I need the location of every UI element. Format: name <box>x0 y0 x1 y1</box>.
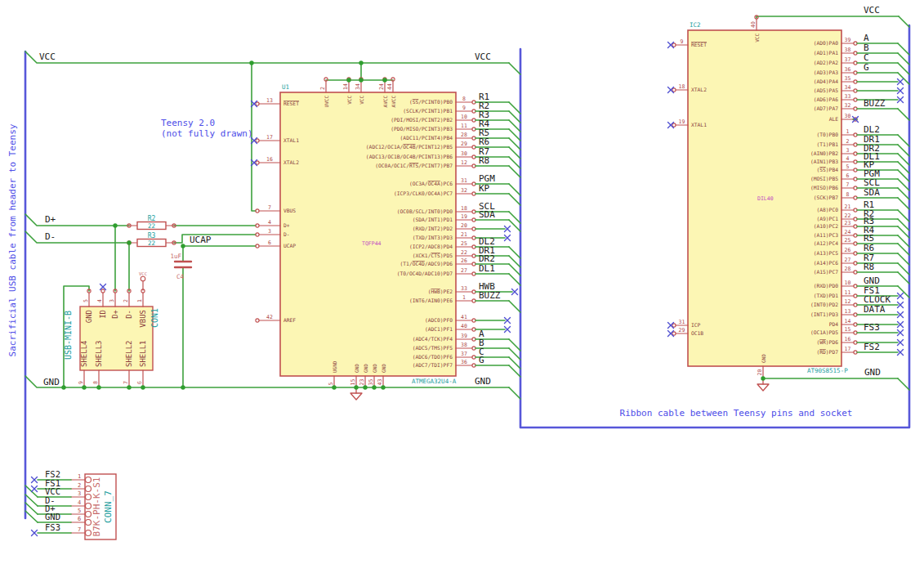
pin-number: 8 <box>92 381 99 384</box>
pin-number: 32 <box>461 187 467 194</box>
pin-number: 24 <box>378 83 385 90</box>
pin-name: RESET <box>691 42 707 47</box>
bus-entry <box>509 157 520 168</box>
u1-reference: U1 <box>282 83 289 91</box>
pin-name: (OC0B/SCL/INT0)PD0 <box>397 208 453 214</box>
bus-entry <box>509 120 520 132</box>
net-label: VCC <box>39 51 56 62</box>
pin-number: 27 <box>461 267 467 274</box>
vcc-power-label: VCC <box>139 271 147 276</box>
pin-name: RESET <box>283 101 299 106</box>
pin-name: XTAL1 <box>691 122 707 128</box>
pin-name: VBUS <box>139 310 147 328</box>
junction-dot <box>96 385 100 389</box>
junction-dot <box>372 385 376 389</box>
pin-end <box>86 486 92 492</box>
pin-name: D+ <box>111 309 119 318</box>
pin-name: (A15)PC7 <box>814 269 839 275</box>
junction-dot <box>61 385 65 389</box>
schematic-canvas: U1ATMEGA32U4-ATQFP4413RESET17XTAL116XTAL… <box>0 0 924 564</box>
bus-entry <box>509 138 520 150</box>
bus-entry <box>898 43 909 55</box>
ground-symbol-icon <box>350 393 362 400</box>
pin-name: (OC3A/OC4A)PC6 <box>409 181 453 186</box>
bus-entry <box>898 53 909 65</box>
pin-name: (ICP3/CLK0/OC4A)PC7 <box>394 190 453 196</box>
wire <box>509 63 520 74</box>
net-label: DL1 <box>479 263 495 274</box>
net-label: R8 <box>864 262 874 272</box>
teensy-note: Teensy 2.0 (not fully drawn) <box>161 119 253 139</box>
net-label: UCAP <box>190 235 212 245</box>
pin-number: 4 <box>268 219 271 226</box>
pin-name: AVCC <box>382 96 388 108</box>
pin-number: 33 <box>845 93 851 100</box>
pin-number: 39 <box>845 37 851 43</box>
pin-name: (T0)PB0 <box>816 132 838 137</box>
pin-number: 37 <box>845 56 851 63</box>
pin-name: AREF <box>283 317 296 323</box>
net-label: D+ <box>45 214 56 225</box>
pin-number: 30 <box>845 113 851 119</box>
pin-number: 33 <box>461 285 467 292</box>
bus-entry <box>898 179 909 190</box>
pin-name: (OC1A)PD5 <box>810 329 838 335</box>
pin-number: 3 <box>78 490 81 497</box>
pin-name: ID <box>99 310 107 319</box>
pin-name: ICP <box>691 322 701 328</box>
pin-number: 5 <box>328 383 334 386</box>
pin-name: D+ <box>283 222 290 228</box>
pin-number: 3 <box>846 147 850 154</box>
bus-entry <box>509 111 520 123</box>
pin-name: (A9)PC1 <box>816 216 838 222</box>
resistor-reference: R3 <box>148 232 156 239</box>
pin-name: SHELL4 <box>80 340 88 367</box>
pin-name: (TXD)PD1 <box>814 293 839 298</box>
junction-dot <box>113 223 117 227</box>
net-label: FS3 <box>45 522 60 532</box>
net-label: GND <box>475 376 491 387</box>
junction-dot <box>141 385 145 389</box>
pin-name: (AD5)PA5 <box>814 87 839 93</box>
pin-number: 17 <box>845 346 851 352</box>
pin-number: 7 <box>123 381 129 384</box>
pin-number: 3 <box>109 299 115 302</box>
pin-number: 14 <box>845 318 851 325</box>
net-label: G <box>479 355 484 365</box>
pin-number: 6 <box>136 381 143 384</box>
pin-name: (A13)PC5 <box>814 250 839 256</box>
wire <box>509 387 520 399</box>
pin-number: 31 <box>679 319 685 325</box>
schematic-svg: U1ATMEGA32U4-ATQFP4413RESET17XTAL116XTAL… <box>0 0 924 564</box>
pin-number: 32 <box>845 102 851 109</box>
pin-name: (ICP2/ADC8)PD4 <box>409 244 453 249</box>
pin-number: 43 <box>377 379 383 386</box>
pin-number: 18 <box>679 83 685 90</box>
pin-name: (SCK)PB7 <box>814 195 839 200</box>
ic2-value: AT90S8515-P <box>807 367 848 374</box>
pin-name: (ADC1)PF1 <box>425 326 453 332</box>
bus-entry <box>898 145 909 156</box>
pin-number: 28 <box>845 266 851 272</box>
pin-number: 10 <box>461 114 467 120</box>
pin-name: (ADC4/TCK)PF4 <box>413 336 453 342</box>
pin-number: 20 <box>461 222 467 229</box>
junction-dot <box>359 60 363 65</box>
net-label: VCC <box>864 5 880 16</box>
pin-number: 8 <box>846 191 850 198</box>
left-cable-note-text: Sacrificial USB cable from header to Tee… <box>7 124 18 357</box>
pin-name: GND <box>85 310 93 323</box>
pin-end <box>86 495 92 500</box>
capacitor-value: 1uF <box>170 253 181 260</box>
bus-entry <box>509 129 520 141</box>
pin-name: (AD0)PA0 <box>814 40 839 46</box>
pin-number: 5 <box>78 508 81 514</box>
conn7-reference: CONN_7 <box>103 490 114 523</box>
pin-number: 44 <box>386 83 393 90</box>
pin-name: (AIN1)PB3 <box>810 159 838 164</box>
junction-dot <box>181 244 185 248</box>
pin-name: GND <box>354 364 359 373</box>
pin-name: SHELL1 <box>139 340 147 367</box>
bus-entry <box>509 147 520 159</box>
pin-name: (ADC6/TDO)PF6 <box>413 354 453 360</box>
